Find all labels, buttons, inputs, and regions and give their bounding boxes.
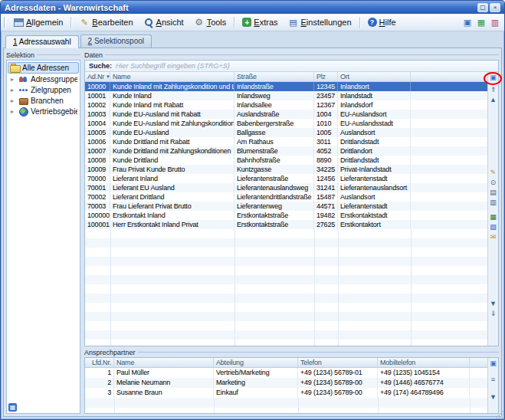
- cell: Lieferant Drittland: [110, 192, 234, 202]
- menu-item-extras[interactable]: +Extras: [238, 15, 282, 29]
- contact-row[interactable]: 2Melanie NeumannMarketing+49 (1234) 5678…: [85, 378, 487, 388]
- menu-label: Ansicht: [156, 18, 184, 27]
- tree-item-zielgruppen[interactable]: ▸Zielgruppen: [8, 85, 79, 95]
- address-row[interactable]: 10009Frau Privat Kunde BruttoKuntzgasse3…: [85, 165, 487, 174]
- address-row[interactable]: 10003Kunde EU-Ausland mit RabattAuslands…: [85, 110, 487, 119]
- selection-footer-icon[interactable]: ▦: [8, 403, 17, 412]
- cell: 2: [85, 378, 114, 388]
- cell: Herr Erstkontakt Inland Privat: [110, 220, 234, 229]
- selection-panel: Selektion Alle Adressen▸Adressgruppen▸Zi…: [6, 51, 80, 414]
- menu-item-allgemein[interactable]: Allgemein: [9, 15, 67, 29]
- tree-item-alle-adressen[interactable]: Alle Adressen: [8, 62, 79, 74]
- column-header-telefon[interactable]: Telefon: [298, 358, 378, 367]
- columns-icon[interactable]: ▥: [489, 199, 498, 207]
- address-row[interactable]: 10001Kunde InlandInlandsweg23457Inlandst…: [85, 91, 487, 100]
- column-header-adnr[interactable]: Ad.Nr▼: [85, 72, 110, 81]
- address-row[interactable]: 70001Lieferant EU AuslandLieferantenausl…: [85, 183, 487, 192]
- menu-label: Einstellungen: [301, 18, 352, 27]
- tree-item-vertriebsgebiete[interactable]: ▸Vertriebsgebiete: [8, 107, 79, 116]
- search-icon[interactable]: ⊙: [489, 179, 498, 187]
- excel-export-icon[interactable]: ▦: [489, 213, 498, 221]
- contact-row[interactable]: 3Susanne BraunEinkauf+49 (1234) 56789-00…: [85, 388, 487, 398]
- cell: 10009: [85, 165, 110, 174]
- expand-icon[interactable]: ▸: [11, 87, 16, 94]
- address-row[interactable]: 10006Kunde Drittland mit RabattAm Rathau…: [85, 137, 487, 146]
- cell: Kunde Inland mit Rabatt: [110, 100, 234, 110]
- scroll-down-icon[interactable]: ▼: [489, 393, 498, 402]
- expand-icon[interactable]: ▸: [11, 97, 16, 104]
- column-header-mobiltelefon[interactable]: Mobiltelefon: [378, 358, 470, 367]
- cell: Kunde EU-Ausland mit Rabatt: [110, 110, 234, 119]
- groupbox-divider: [105, 54, 499, 55]
- print-icon[interactable]: ▤: [489, 189, 498, 197]
- search-input[interactable]: [116, 62, 494, 70]
- address-row[interactable]: 10000Kunde Inland mit Zahlungskondition …: [85, 82, 487, 91]
- cell: Inlandsdorf: [338, 100, 411, 110]
- tree-item-adressgruppen[interactable]: ▸Adressgruppen: [8, 74, 79, 84]
- cell: 10000: [85, 82, 110, 91]
- close-window-icon[interactable]: ▥: [489, 16, 501, 28]
- address-row[interactable]: 70003Frau Lieferant Privat BruttoLiefera…: [85, 202, 487, 211]
- cell: 10001: [85, 91, 110, 100]
- cell: Drittlandstadt: [338, 156, 411, 165]
- cell: Lieferantenstadt: [338, 174, 411, 183]
- copy-record-icon[interactable]: ▣: [489, 359, 498, 368]
- tab-1-adressauswahl[interactable]: 1 Adressauswahl: [5, 35, 79, 48]
- contact-row[interactable]: 1Paul MüllerVertrieb/Marketing+49 (1234)…: [85, 368, 487, 378]
- column-header-abteilung[interactable]: Abteilung: [214, 358, 298, 367]
- expand-icon[interactable]: ▸: [11, 76, 16, 83]
- word-export-icon[interactable]: ▧: [489, 223, 498, 231]
- sort-desc-icon: ▼: [106, 72, 110, 81]
- address-row[interactable]: 10004Kunde EU-Ausland mit Zahlungskondit…: [85, 119, 487, 128]
- menu-item-einstellungen[interactable]: ▤Einstellungen: [284, 15, 356, 30]
- menu-item-hilfe[interactable]: ?Hilfe: [363, 15, 401, 29]
- address-row[interactable]: 10005Kunde EU-AuslandBallgasse1005Auslan…: [85, 128, 487, 137]
- column-header-ort[interactable]: Ort: [338, 72, 411, 81]
- gear-icon: ⚙: [194, 18, 205, 28]
- column-header-name[interactable]: Name: [114, 358, 214, 367]
- copy-record-icon[interactable]: ▣: [489, 74, 498, 82]
- column-header-lfdnr[interactable]: Lfd.Nr.: [85, 358, 114, 367]
- menu-item-ansicht[interactable]: Ansicht: [139, 15, 189, 30]
- address-row[interactable]: 10007Kunde Drittland mit Zahlungskonditi…: [85, 146, 487, 156]
- expand-icon[interactable]: ▸: [11, 108, 16, 115]
- scroll-up-icon[interactable]: ▲: [489, 96, 498, 104]
- address-row[interactable]: 10002Kunde Inland mit RabattInlandsallee…: [85, 100, 487, 110]
- titlebar[interactable]: Adressdaten - Warenwirtschaft ▢×: [1, 1, 504, 14]
- contacts-grid-box: Lfd.Nr.NameAbteilungTelefonMobiltelefon …: [84, 357, 499, 414]
- tab-2-selektionspool[interactable]: 2 Selektionspool: [80, 34, 152, 48]
- cell: Kunde EU-Ausland: [110, 128, 234, 137]
- cell: Lieferantenstadt: [338, 202, 411, 211]
- toolbar-grip-handle[interactable]: [4, 17, 6, 28]
- target-groups-icon: [18, 86, 28, 94]
- tree-label: Branchen: [31, 97, 64, 105]
- contacts-panel-title: Ansprechpartner: [84, 349, 136, 356]
- tree-item-branchen[interactable]: ▸Branchen: [8, 96, 79, 106]
- edit-icon[interactable]: ✎: [489, 169, 498, 177]
- cell: Lieferant EU Ausland: [110, 183, 234, 192]
- column-header-strae[interactable]: Straße: [234, 72, 314, 81]
- new-window-icon[interactable]: ▣: [461, 16, 474, 28]
- maximize-button[interactable]: ▢: [477, 3, 488, 12]
- cell: 15487: [314, 192, 338, 202]
- column-header-plz[interactable]: Plz: [314, 72, 338, 81]
- cell: 1004: [314, 110, 338, 119]
- menu-item-tools[interactable]: ⚙Tools: [189, 15, 231, 30]
- cell: 70000: [85, 174, 110, 183]
- scroll-top-icon[interactable]: ⇑: [489, 86, 498, 94]
- address-row[interactable]: 10008Kunde DrittlandBahnhofstraße8890Dri…: [85, 156, 487, 165]
- address-table-header: Ad.Nr▼NameStraßePlzOrt: [85, 72, 487, 82]
- address-row[interactable]: 100001Herr Erstkontakt Inland PrivatErst…: [85, 220, 487, 229]
- column-header-name[interactable]: Name: [110, 72, 234, 81]
- address-row[interactable]: 70002Lieferant DrittlandLieferantendritt…: [85, 192, 487, 202]
- rows-icon[interactable]: ≡: [489, 376, 498, 384]
- tile-windows-icon[interactable]: ▦: [475, 16, 487, 28]
- scroll-down-icon[interactable]: ▼: [489, 300, 498, 308]
- email-icon[interactable]: ✉: [489, 233, 498, 241]
- menu-item-bearbeiten[interactable]: ✎Bearbeiten: [74, 15, 137, 30]
- cell: Inlandsort: [338, 82, 411, 91]
- close-button[interactable]: ×: [490, 3, 500, 12]
- address-row[interactable]: 100000Erstkontakt InlandErstkontaktstraß…: [85, 211, 487, 220]
- scroll-bottom-icon[interactable]: ⇓: [489, 310, 498, 318]
- address-row[interactable]: 70000Lieferant InlandLieferantenstraße12…: [85, 174, 487, 183]
